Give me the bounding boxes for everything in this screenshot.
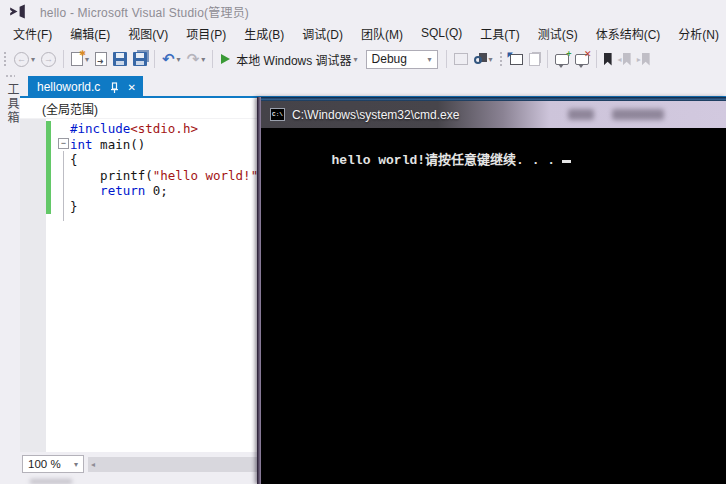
add-comment-icon: + bbox=[555, 54, 569, 65]
cmd-app-icon: C:\ bbox=[270, 108, 285, 121]
code-text[interactable]: #include<stdio.h>int main(){ printf("hel… bbox=[70, 121, 273, 214]
undo-button[interactable]: ↶▾ bbox=[160, 50, 183, 68]
scroll-left-arrow-icon[interactable]: ◂ bbox=[91, 460, 95, 469]
chevron-down-icon[interactable]: ▾ bbox=[489, 55, 493, 64]
menu-bar: 文件(F)编辑(E)视图(V)项目(P)生成(B)调试(D)团队(M)SQL(Q… bbox=[0, 22, 726, 44]
solution-config-value: Debug bbox=[372, 52, 407, 66]
save-all-icon bbox=[133, 52, 147, 66]
select-element-button[interactable] bbox=[508, 52, 525, 67]
toolbar-separator bbox=[547, 50, 548, 68]
select-element-icon bbox=[510, 54, 523, 65]
tab-helloworld-c[interactable]: helloworld.c ✕ bbox=[28, 76, 143, 98]
editor-bottom-bar: 100 % ▾ ◂ bbox=[20, 452, 258, 476]
vs-main-window: hello - Microsoft Visual Studio(管理员) 文件(… bbox=[0, 0, 726, 484]
window-title: hello - Microsoft Visual Studio(管理员) bbox=[40, 3, 249, 20]
navigate-back-button[interactable]: ←▾ bbox=[12, 50, 37, 69]
standard-toolbar: ←▾ → ✱▾ ➜ ↶▾ ↷▾ 本地 Windows 调试器 ▾ Debug ▾… bbox=[0, 46, 726, 72]
menu-item[interactable]: 视图(V) bbox=[119, 22, 177, 44]
chevron-down-icon[interactable]: ▾ bbox=[177, 55, 181, 64]
start-debug-button[interactable]: 本地 Windows 调试器 ▾ bbox=[217, 49, 361, 70]
menu-item[interactable]: 文件(F) bbox=[4, 22, 61, 44]
toolbox-tab[interactable]: 工具箱 bbox=[4, 83, 21, 125]
next-bookmark-button[interactable]: ▸ bbox=[637, 53, 650, 66]
menu-item[interactable]: SQL(Q) bbox=[412, 23, 471, 43]
menu-item[interactable]: 分析(N) bbox=[669, 22, 726, 44]
save-all-button[interactable] bbox=[131, 50, 149, 68]
code-line[interactable]: return 0; bbox=[70, 183, 273, 199]
toolbar-separator bbox=[212, 50, 213, 68]
menu-item[interactable]: 编辑(E) bbox=[61, 22, 119, 44]
previous-bookmark-button[interactable]: ◂ bbox=[618, 53, 631, 66]
open-file-icon: ➜ bbox=[95, 52, 107, 66]
toolbar-grip[interactable] bbox=[499, 51, 504, 67]
code-line[interactable]: #include<stdio.h> bbox=[70, 121, 273, 137]
collapse-region-toggle[interactable]: − bbox=[58, 138, 69, 149]
save-button[interactable] bbox=[111, 50, 129, 68]
undo-icon: ↶ bbox=[162, 52, 175, 66]
vs-titlebar: hello - Microsoft Visual Studio(管理员) bbox=[0, 0, 726, 22]
start-debug-label: 本地 Windows 调试器 bbox=[236, 51, 351, 68]
redo-icon: ↷ bbox=[187, 52, 200, 66]
toolbar-grip[interactable] bbox=[3, 51, 8, 67]
remove-comment-icon: ✕ bbox=[575, 54, 589, 65]
breakpoints-window-button[interactable] bbox=[452, 51, 470, 67]
cmd-window-title: C:\Windows\system32\cmd.exe bbox=[292, 108, 459, 122]
bookmark-icon bbox=[642, 53, 650, 66]
visual-studio-logo-icon bbox=[9, 4, 26, 19]
cmd-titlebar[interactable]: C:\ C:\Windows\system32\cmd.exe bbox=[261, 101, 726, 128]
menu-item[interactable]: 测试(S) bbox=[529, 22, 587, 44]
chevron-down-icon[interactable]: ▾ bbox=[201, 55, 205, 64]
add-comment-button[interactable]: + bbox=[553, 52, 571, 67]
panel-grip bbox=[5, 74, 15, 79]
close-icon[interactable]: ✕ bbox=[127, 82, 135, 93]
toolbar-separator bbox=[63, 50, 64, 68]
navigate-forward-button[interactable]: → bbox=[39, 50, 58, 69]
redo-button[interactable]: ↷▾ bbox=[185, 50, 208, 68]
new-file-icon: ✱ bbox=[71, 52, 83, 66]
remove-comment-button[interactable]: ✕ bbox=[573, 52, 591, 67]
toolbar-separator bbox=[596, 50, 597, 68]
code-line[interactable]: } bbox=[70, 199, 273, 215]
menu-item[interactable]: 项目(P) bbox=[177, 22, 235, 44]
scope-combobox[interactable]: (全局范围) bbox=[42, 100, 98, 117]
horizontal-scrollbar[interactable]: ◂ bbox=[88, 457, 258, 472]
find-in-files-icon bbox=[474, 53, 487, 66]
menu-item[interactable]: 团队(M) bbox=[352, 22, 412, 44]
solution-config-combobox[interactable]: Debug ▾ bbox=[366, 50, 438, 69]
find-in-files-button[interactable]: ▾ bbox=[472, 51, 495, 68]
code-line[interactable]: { bbox=[70, 152, 273, 168]
menu-item[interactable]: 体系结构(C) bbox=[587, 22, 670, 44]
cmd-window-controls-blur bbox=[612, 109, 664, 120]
chevron-down-icon[interactable]: ▾ bbox=[31, 55, 35, 64]
code-line[interactable]: printf("hello world!"); bbox=[70, 168, 273, 184]
code-editor[interactable]: − #include<stdio.h>int main(){ printf("h… bbox=[20, 119, 258, 452]
zoom-combobox[interactable]: 100 % ▾ bbox=[22, 455, 84, 473]
bookmark-icon bbox=[623, 53, 631, 66]
copy-icon bbox=[529, 53, 540, 66]
toolbox-collapsed-panel: 工具箱 bbox=[0, 72, 20, 484]
new-file-button[interactable]: ✱▾ bbox=[69, 50, 91, 68]
menu-item[interactable]: 工具(T) bbox=[471, 22, 528, 44]
pin-icon[interactable] bbox=[108, 82, 119, 93]
toolbar-separator bbox=[154, 50, 155, 68]
open-file-button[interactable]: ➜ bbox=[93, 50, 109, 68]
chevron-down-icon[interactable]: ▾ bbox=[354, 55, 358, 64]
breakpoint-margin[interactable] bbox=[20, 119, 46, 452]
copy-button[interactable] bbox=[527, 51, 542, 68]
cmd-console-output[interactable]: hello world!请按任意键继续. . . bbox=[261, 128, 726, 484]
arrow-left-icon: ◂ bbox=[618, 55, 622, 64]
document-tab-well: helloworld.c ✕ bbox=[20, 76, 726, 98]
arrow-right-icon: ▸ bbox=[637, 55, 641, 64]
code-line[interactable]: int main() bbox=[70, 137, 273, 153]
menu-item[interactable]: 生成(B) bbox=[235, 22, 293, 44]
chevron-down-icon: ▾ bbox=[74, 460, 78, 469]
tab-label: helloworld.c bbox=[37, 80, 100, 94]
editor-navigation-bar: (全局范围) bbox=[20, 98, 258, 119]
toggle-bookmark-button[interactable] bbox=[602, 51, 614, 68]
bookmark-icon bbox=[604, 53, 612, 66]
play-icon bbox=[221, 54, 230, 64]
forward-arrow-icon: → bbox=[41, 52, 56, 67]
cmd-window[interactable]: C:\ C:\Windows\system32\cmd.exe hello wo… bbox=[257, 97, 726, 484]
menu-item[interactable]: 调试(D) bbox=[293, 22, 352, 44]
chevron-down-icon: ▾ bbox=[428, 55, 432, 64]
